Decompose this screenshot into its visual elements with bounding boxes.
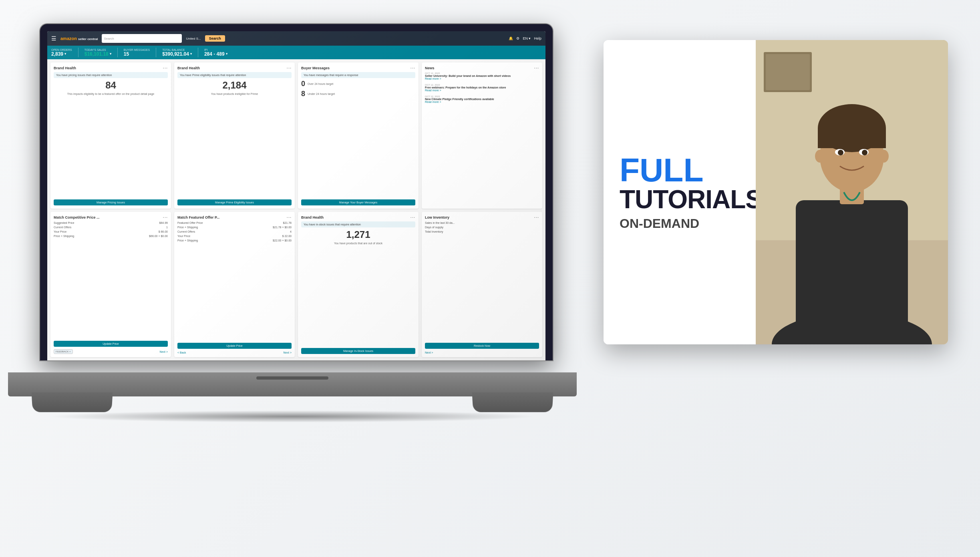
todays-sales-stat: TODAY'S SALES $16,101.18 ▾ (85, 48, 111, 57)
laptop-screen-inner: ☰ amazon seller central Search United S.… (47, 31, 545, 360)
widget-7-dots[interactable]: ··· (411, 215, 415, 220)
widget-3-title: Buyer Messages (301, 66, 330, 70)
widget-6-row-5: Price + Shipping $22.00 + $0.00 (177, 239, 292, 242)
news-link-3[interactable]: Read more > (425, 101, 539, 103)
video-card: FULL TUTORIALS ON-DEMAND (604, 40, 948, 344)
widget-6-next[interactable]: Next > (284, 351, 292, 354)
widget-1-title: Brand Health (54, 66, 76, 70)
widget-4-title: News (425, 66, 435, 70)
widget-4-dots[interactable]: ··· (534, 66, 539, 70)
widget-6-dots[interactable]: ··· (287, 215, 292, 220)
widget-1-btn[interactable]: Manage Pricing Issues (54, 199, 168, 205)
sales-dropdown[interactable]: ▾ (110, 52, 111, 56)
widget-5-header: Match Competitive Price ... ··· (54, 215, 168, 220)
widget-8-header: Low Inventory ··· (425, 215, 539, 220)
search-bar[interactable]: Search (102, 34, 182, 43)
widget-5-next[interactable]: Next > (160, 350, 168, 353)
news-link-2[interactable]: Read more > (425, 89, 539, 92)
video-text-section: FULL TUTORIALS ON-DEMAND (604, 40, 756, 344)
widget-low-inventory: Low Inventory ··· Sales in the last 30 d… (422, 212, 542, 358)
gear-icon[interactable]: ⚙ (516, 36, 519, 40)
widget-2-alert: You have Prime eligibility issues that r… (177, 72, 292, 78)
widget-brand-health-prime: Brand Health ··· You have Prime eligibil… (174, 62, 295, 209)
laptop-screen-outer: ☰ amazon seller central Search United S.… (40, 24, 553, 360)
widget-5-row-4: Price + Shipping $66.00 + $0.00 (54, 235, 168, 237)
widget-7-btn[interactable]: Manage In-Stock Issues (301, 348, 415, 354)
country-display: United S... (186, 37, 201, 40)
language-selector[interactable]: EN ▾ (523, 36, 531, 40)
svg-point-13 (862, 150, 867, 155)
widget-1-dots[interactable]: ··· (163, 66, 168, 70)
help-link[interactable]: Help (534, 36, 541, 40)
widget-3-row-1: 0 Over 24 hours target (301, 80, 415, 88)
widget-6-label-5: Price + Shipping (177, 239, 198, 242)
open-orders-value: 2,839 ▾ (51, 51, 72, 57)
widget-5-footer: FEEDBACK × Next > (54, 349, 168, 354)
video-ondemand-label: ON-DEMAND (620, 216, 740, 231)
search-button[interactable]: Search (205, 35, 225, 42)
widget-7-subtext: You have products that are out of stock (301, 242, 415, 245)
todays-sales-value: $16,101.18 ▾ (85, 51, 111, 57)
widget-1-number: 84 (54, 80, 168, 91)
widget-2-dots[interactable]: ··· (287, 66, 292, 70)
widget-6-value-4: $ 22.00 (282, 235, 292, 237)
widget-8-dots[interactable]: ··· (534, 215, 539, 220)
stat-divider-1 (78, 48, 78, 57)
laptop-shadow (48, 410, 537, 422)
widget-3-dots[interactable]: ··· (411, 66, 415, 70)
widget-5-label-3: Your Price (54, 230, 66, 233)
news-link-1[interactable]: Read more > (425, 77, 539, 80)
widget-6-label-2: Price + Shipping (177, 226, 198, 229)
widget-6-btn[interactable]: Update Price (177, 343, 292, 349)
widget-3-row-2: 8 Under 24 hours target (301, 90, 415, 98)
widget-brand-health-pricing: Brand Health ··· You have pricing issues… (50, 62, 171, 209)
svg-rect-9 (818, 128, 886, 148)
widget-8-row-3: Total Inventory (425, 230, 539, 233)
open-orders-dropdown[interactable]: ▾ (64, 52, 66, 56)
widget-5-label-4: Price + Shipping (54, 235, 74, 237)
widget-6-label-3: Current Offers (177, 230, 195, 233)
widget-brand-health-stock: Brand Health ··· You have in-stock issue… (298, 212, 419, 358)
bell-icon[interactable]: 🔔 (509, 36, 513, 40)
widget-8-label-1: Sales in the last 30 da... (425, 221, 455, 224)
widget-5-btn[interactable]: Update Price (54, 341, 168, 347)
news-title-3: New Climate Pledge Friendly certificatio… (425, 98, 539, 101)
widget-8-next[interactable]: Next > (425, 351, 433, 354)
balance-dropdown[interactable]: ▾ (190, 52, 192, 56)
widget-6-value-2: $21.78 + $0.00 (273, 226, 292, 229)
widget-2-btn[interactable]: Manage Prime Eligibility Issues (177, 199, 292, 205)
news-item-3: OCT 12, 2022 New Climate Pledge Friendly… (425, 95, 539, 103)
buyer-messages-value: 15 (124, 51, 150, 57)
widget-6-back[interactable]: < Back (177, 351, 186, 354)
widget-3-under24-label: Under 24 hours target (308, 92, 335, 95)
widget-2-subtext: You have products ineligible for Prime (177, 92, 292, 95)
widget-7-alert: You have in-stock issues that require at… (301, 221, 415, 227)
widget-5-dots[interactable]: ··· (163, 215, 168, 220)
total-balance-label: TOTAL BALANCE (162, 48, 192, 51)
widget-8-btn[interactable]: Restock Now (425, 343, 539, 349)
widget-3-over24-label: Over 24 hours target (308, 82, 333, 85)
widget-news: News ··· OCT 12, 2022 Seller University:… (422, 62, 542, 209)
widget-6-row-3: Current Offers 4 (177, 230, 292, 233)
hamburger-icon[interactable]: ☰ (51, 35, 56, 42)
widget-match-featured: Match Featured Offer P... ··· Featured O… (174, 212, 295, 358)
ipi-dropdown[interactable]: ▾ (226, 52, 227, 56)
search-input-text: Search (104, 37, 114, 40)
total-balance-value: $390,921.04 ▾ (162, 51, 192, 57)
widget-1-alert: You have pricing issues that require att… (54, 72, 168, 78)
widget-6-label-4: Your Price (177, 235, 190, 237)
widget-6-value-1: $21.78 (283, 221, 292, 224)
feedback-badge[interactable]: FEEDBACK × (54, 349, 73, 354)
widget-6-row-4: Your Price $ 22.00 (177, 235, 292, 237)
widget-6-value-3: 4 (290, 230, 292, 233)
amazon-logo: amazon seller central (60, 36, 98, 41)
widget-2-number: 2,184 (177, 80, 292, 91)
stat-divider-3 (156, 48, 156, 57)
widget-2-title: Brand Health (177, 66, 200, 70)
widget-3-header: Buyer Messages ··· (301, 66, 415, 70)
widget-6-label-1: Featured Offer Price (177, 221, 203, 224)
amazon-header: ☰ amazon seller central Search United S.… (47, 31, 545, 46)
widget-3-btn[interactable]: Manage Your Buyer Messages (301, 199, 415, 205)
widget-3-under24-number: 8 (301, 90, 305, 98)
amazon-subheader: OPEN ORDERS 2,839 ▾ TODAY'S SALES $16,10… (47, 46, 545, 59)
